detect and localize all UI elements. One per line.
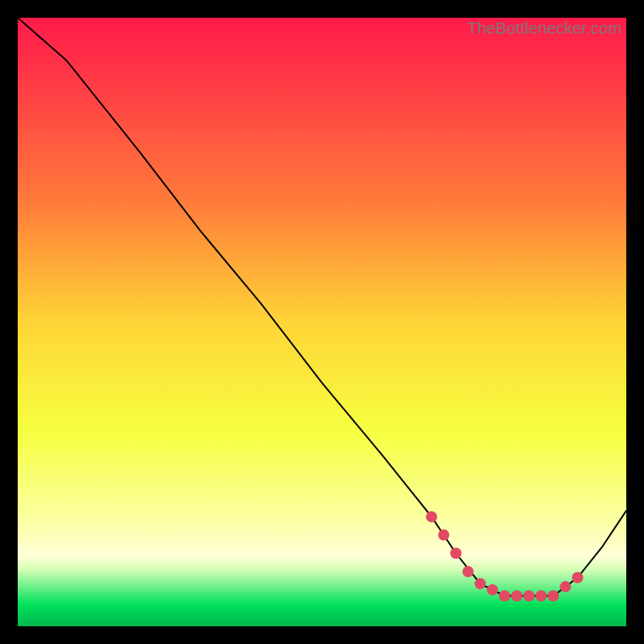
marker-dot	[499, 590, 510, 601]
marker-dot	[523, 590, 535, 601]
marker-dot	[572, 572, 584, 584]
gradient-background	[18, 18, 626, 626]
marker-dot	[438, 530, 449, 541]
marker-dot	[535, 590, 547, 601]
chart-svg	[18, 18, 626, 626]
marker-dot	[462, 566, 473, 577]
marker-dot	[450, 547, 461, 559]
marker-dot	[487, 584, 498, 596]
watermark-text: TheBottlenecker.com	[467, 19, 621, 38]
marker-dot	[511, 590, 522, 601]
marker-dot	[426, 511, 437, 522]
marker-dot	[547, 590, 559, 601]
chart-frame: TheBottlenecker.com	[18, 18, 626, 626]
marker-dot	[475, 578, 486, 589]
marker-dot	[559, 581, 571, 592]
